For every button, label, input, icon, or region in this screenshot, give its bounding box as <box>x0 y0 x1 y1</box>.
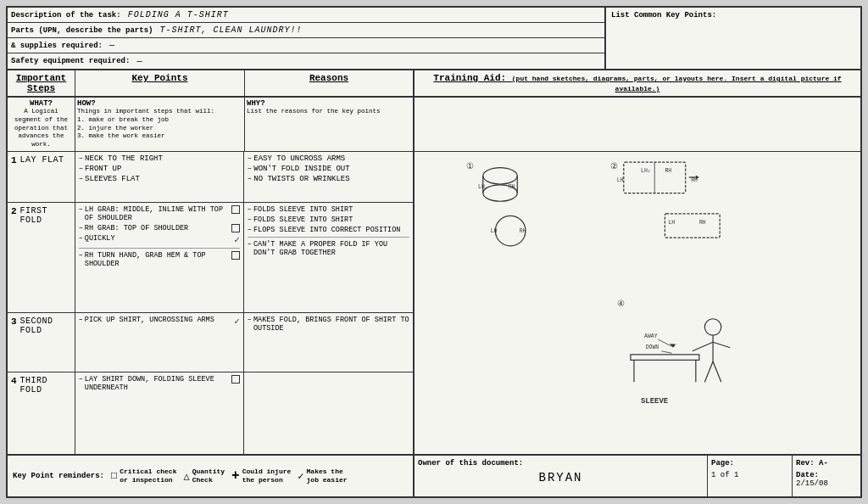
steps-table: 1 LAY FLAT –NECK TO THE RIGHT –FRONT UP … <box>8 152 415 454</box>
task-label: Description of the task: <box>8 9 125 21</box>
step-4-name: 4 THIRD FOLD <box>8 372 75 454</box>
step-2-name: 2 FIRST FOLD <box>8 203 75 312</box>
svg-line-31 <box>713 361 721 382</box>
main-content: 1 LAY FLAT –NECK TO THE RIGHT –FRONT UP … <box>8 152 860 454</box>
svg-line-33 <box>658 339 671 346</box>
sub-training <box>415 98 860 151</box>
header-right: List Common Key Points: <box>606 8 860 69</box>
page-label: Page: <box>711 459 788 468</box>
footer-rev: Rev: A- Date: 2/15/08 <box>793 456 860 496</box>
sub-headers: WHAT? A Logical segment of the operation… <box>8 98 860 152</box>
col-header-important-steps: Important Steps <box>8 70 75 96</box>
reminders-label: Key Point reminders: <box>13 472 104 480</box>
svg-text:②: ② <box>610 162 618 171</box>
svg-text:LH: LH <box>668 220 675 226</box>
footer-page: Page: 1 of 1 <box>708 456 793 496</box>
owner-value: BRYAN <box>418 471 704 484</box>
supplies-row: & supplies required: — <box>8 38 604 53</box>
step-2-how: –LH GRAB: MIDDLE, INLINE WITH TOP OF SHO… <box>75 203 244 312</box>
col-header-reasons: Reasons <box>245 70 415 96</box>
step-4-how: –LAY SHIRT DOWN, FOLDING SLEEVE UNDERNEA… <box>75 372 244 454</box>
how-desc: Things in important steps that will:1. m… <box>77 108 242 141</box>
key-points-title: Key Points <box>77 73 242 83</box>
header-left: Description of the task: FOLDING A T-SHI… <box>8 8 606 69</box>
svg-text:AWAY: AWAY <box>644 333 658 339</box>
sub-how: HOW? Things in important steps that will… <box>75 98 245 151</box>
svg-rect-19 <box>665 214 720 238</box>
step-3-why: –MAKES FOLD, BRINGS FRONT OF SHIRT TO OU… <box>244 313 413 372</box>
col-header-key-points: Key Points <box>75 70 245 96</box>
why-desc: List the reasons for the key points <box>247 108 411 116</box>
footer-bar: Key Point reminders: □ Critical checkor … <box>8 454 860 496</box>
svg-text:LH₂: LH₂ <box>641 168 651 174</box>
checkmark-icon: ✓ <box>234 234 240 245</box>
injure-symbol: + <box>231 468 240 484</box>
checkmark-icon: ✓ <box>234 316 240 327</box>
step-row-2: 2 FIRST FOLD –LH GRAB: MIDDLE, INLINE WI… <box>8 203 413 313</box>
svg-text:④: ④ <box>617 300 625 309</box>
reasons-title: Reasons <box>247 73 411 83</box>
svg-text:RH: RH <box>520 227 526 233</box>
checkbox-icon <box>231 224 240 232</box>
svg-text:SLEEVE: SLEEVE <box>641 396 668 405</box>
training-aid-title: Training Aid: (put hand sketches, diagra… <box>416 73 859 93</box>
footer-right: Owner of this document: BRYAN Page: 1 of… <box>415 456 860 496</box>
parts-value: T-SHIRT, CLEAN LAUNDRY!! <box>156 24 305 36</box>
svg-text:RH: RH <box>699 220 706 226</box>
training-aid-sub: (put hand sketches, diagrams, parts, or … <box>512 75 842 92</box>
how-label: HOW? <box>77 99 242 108</box>
task-row: Description of the task: FOLDING A T-SHI… <box>8 8 604 23</box>
easier-symbol: ✓ <box>298 470 303 483</box>
page-value: 1 of 1 <box>711 471 788 479</box>
parts-label: Parts (UPN, describe the parts) <box>8 25 156 36</box>
step-2-why: –FOLDS SLEEVE INTO SHIRT –FOLDS SLEEVE I… <box>244 203 413 312</box>
reminder-injure: + Could injurethe person <box>231 468 291 484</box>
quantity-symbol: △ <box>183 470 189 483</box>
svg-text:RH: RH <box>665 168 671 174</box>
supplies-label: & supplies required: <box>8 40 106 52</box>
job-instruction-sheet: Description of the task: FOLDING A T-SHI… <box>6 6 862 498</box>
easier-label: Makes thejob easier <box>307 468 348 484</box>
checkbox-icon <box>231 375 240 384</box>
svg-point-1 <box>483 167 517 183</box>
quantity-label: QuantityCheck <box>192 468 225 484</box>
list-key-points-label: List Common Key Points: <box>611 11 716 20</box>
step-row-3: 3 SECOND FOLD –PICK UP SHIRT, UNCROSSING… <box>8 313 413 372</box>
injure-label: Could injurethe person <box>242 468 292 484</box>
step-row-4: 4 THIRD FOLD –LAY SHIRT DOWN, FOLDING SL… <box>8 372 413 454</box>
reminder-quantity: △ QuantityCheck <box>183 468 225 484</box>
checkbox-icon <box>231 251 240 260</box>
safety-value: — <box>133 55 146 68</box>
supplies-value: — <box>106 39 119 52</box>
footer-reminders: Key Point reminders: □ Critical checkor … <box>8 456 415 496</box>
svg-line-29 <box>713 342 730 347</box>
reminder-easier: ✓ Makes thejob easier <box>298 468 347 484</box>
col-header-training-aid: Training Aid: (put hand sketches, diagra… <box>415 70 860 96</box>
svg-rect-23 <box>631 355 699 360</box>
svg-line-36 <box>661 351 671 353</box>
what-desc: A Logical segment of the operation that … <box>9 108 73 149</box>
svg-text:①: ① <box>466 162 474 171</box>
what-label: WHAT? <box>9 99 73 108</box>
sub-what: WHAT? A Logical segment of the operation… <box>8 98 75 151</box>
svg-point-26 <box>704 319 721 335</box>
svg-text:DOWN: DOWN <box>646 344 659 350</box>
svg-text:LH: LH <box>478 184 485 190</box>
safety-label: Safety equipment required: <box>8 55 133 67</box>
critical-label: Critical checkor inspection <box>120 468 176 484</box>
checkbox-icon <box>231 205 240 214</box>
step-3-name: 3 SECOND FOLD <box>8 313 75 372</box>
owner-label: Owner of this document: <box>418 459 704 468</box>
reminder-critical: □ Critical checkor inspection <box>111 468 176 484</box>
step-1-how: –NECK TO THE RIGHT –FRONT UP –SLEEVES FL… <box>75 152 244 202</box>
step-4-why <box>244 372 413 454</box>
sub-why: WHY? List the reasons for the key points <box>245 98 415 151</box>
training-sketches-svg: ① LH RH ② LH RH LH₂ RH <box>418 155 857 451</box>
step-1-name: 1 LAY FLAT <box>8 152 75 202</box>
parts-row: Parts (UPN, describe the parts) T-SHIRT,… <box>8 23 604 38</box>
svg-text:RH: RH <box>509 184 515 190</box>
column-headers: Important Steps Key Points Reasons Train… <box>8 70 860 98</box>
critical-symbol: □ <box>111 470 117 482</box>
svg-line-28 <box>693 342 713 351</box>
step-row-1: 1 LAY FLAT –NECK TO THE RIGHT –FRONT UP … <box>8 152 413 203</box>
